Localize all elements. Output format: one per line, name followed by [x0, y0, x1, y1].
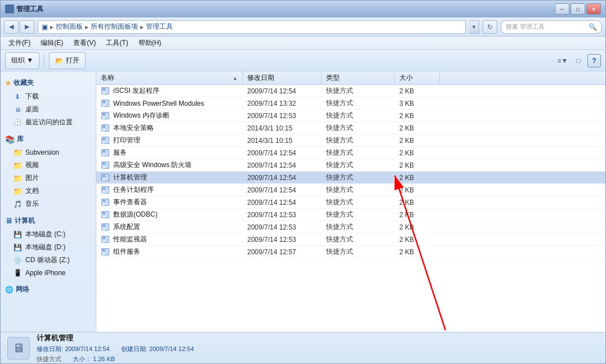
menu-help[interactable]: 帮助(H): [134, 37, 166, 49]
shortcut-icon: ↗: [101, 136, 110, 145]
column-header: 名称 ▲ 修改日期 类型 大小: [96, 71, 605, 85]
sidebar-item-subversion[interactable]: 📁 Subversion: [1, 146, 96, 159]
status-details-top: 修改日期: 2009/7/14 12:54 创建日期: 2009/7/14 12…: [37, 345, 194, 353]
sidebar-item-drive-c[interactable]: 💾 本地磁盘 (C:): [1, 228, 96, 241]
file-date-2: 2009/7/14 12:53: [243, 112, 322, 120]
library-icon: 📚: [5, 135, 15, 144]
drive-c-label: 本地磁盘 (C:): [25, 230, 65, 239]
table-row[interactable]: ↗ Windows PowerShell Modules 2009/7/14 1…: [96, 97, 605, 110]
menu-view[interactable]: 查看(V): [69, 37, 100, 49]
computer-header[interactable]: 🖥 计算机: [1, 214, 96, 228]
close-button[interactable]: ✕: [586, 3, 601, 15]
organize-button[interactable]: 组织 ▼: [5, 52, 39, 69]
table-row[interactable]: ↗ 打印管理 2014/3/1 10:15 快捷方式 2 KB: [96, 134, 605, 147]
breadcrumb-2[interactable]: 所有控制面板项: [91, 22, 138, 32]
breadcrumb-1[interactable]: 控制面板: [56, 22, 83, 32]
network-header[interactable]: 🌐 网络: [1, 282, 96, 296]
view-toggle-button[interactable]: ≡▼: [556, 54, 569, 68]
table-row[interactable]: ↗ iSCSI 发起程序 2009/7/14 12:54 快捷方式 2 KB: [96, 85, 605, 97]
table-row[interactable]: ↗ Windows 内存诊断 2009/7/14 12:53 快捷方式 2 KB: [96, 110, 605, 122]
music-icon: 🎵: [13, 200, 22, 209]
file-size-8: 2 KB: [395, 186, 440, 194]
breadcrumb-home[interactable]: ▣: [42, 23, 48, 31]
col-header-type[interactable]: 类型: [322, 71, 395, 84]
table-row[interactable]: ↗ 系统配置 2009/7/14 12:53 快捷方式 2 KB: [96, 221, 605, 233]
menu-file[interactable]: 文件(F): [4, 37, 35, 49]
open-icon: 📂: [55, 57, 64, 65]
file-date-7: 2009/7/14 12:54: [243, 174, 322, 182]
svg-text:↗: ↗: [101, 178, 105, 182]
file-date-9: 2009/7/14 12:54: [243, 199, 322, 206]
status-bar: 🖥 计算机管理 修改日期: 2009/7/14 12:54 创建日期: 2009…: [1, 332, 605, 363]
sidebar-item-desktop[interactable]: 🖥 桌面: [1, 103, 96, 116]
svg-text:↗: ↗: [101, 104, 105, 108]
col-header-date[interactable]: 修改日期: [243, 71, 322, 84]
file-type-13: 快捷方式: [322, 247, 395, 257]
favorites-label: 收藏夹: [14, 78, 34, 88]
folder-icon-video: 📁: [13, 161, 22, 170]
sidebar-item-drive-z[interactable]: 💿 CD 驱动器 (Z:): [1, 254, 96, 267]
table-row[interactable]: ↗ 服务 2009/7/14 12:54 快捷方式 2 KB: [96, 147, 605, 159]
file-size-4: 2 KB: [395, 137, 440, 145]
sidebar-item-video[interactable]: 📁 视频: [1, 159, 96, 172]
file-size-7: 2 KB: [395, 174, 440, 182]
table-row[interactable]: ↗ 本地安全策略 2014/3/1 10:15 快捷方式 2 KB: [96, 122, 605, 134]
file-icon-13: ↗: [101, 248, 110, 257]
sidebar-item-recent[interactable]: 🕐 最近访问的位置: [1, 116, 96, 129]
file-size-12: 2 KB: [395, 236, 440, 244]
menu-edit[interactable]: 编辑(E): [36, 37, 68, 49]
svg-rect-6: [103, 101, 105, 103]
main-window: 管理工具 ─ □ ✕ ◀ ▶ ▣ ▸ 控制面板 ▸ 所有控制面板项 ▸ 管理工具…: [0, 0, 606, 364]
table-row[interactable]: ↗ 事件查看器 2009/7/14 12:54 快捷方式 2 KB: [96, 196, 605, 209]
breadcrumb-3[interactable]: 管理工具: [146, 22, 173, 32]
open-label: 打开: [66, 56, 79, 65]
address-path[interactable]: ▣ ▸ 控制面板 ▸ 所有控制面板项 ▸ 管理工具: [38, 20, 466, 34]
sidebar-item-drive-d[interactable]: 💾 本地磁盘 (D:): [1, 241, 96, 254]
sidebar-item-music[interactable]: 🎵 音乐: [1, 197, 96, 210]
col-header-size[interactable]: 大小: [395, 71, 440, 84]
open-button[interactable]: 📂 打开: [49, 52, 86, 69]
table-row[interactable]: ↗ 数据源(ODBC) 2009/7/14 12:53 快捷方式 2 KB: [96, 209, 605, 221]
col-header-name[interactable]: 名称 ▲: [96, 71, 243, 84]
music-label: 音乐: [25, 199, 39, 209]
sidebar-item-pictures[interactable]: 📁 图片: [1, 172, 96, 185]
sidebar-item-iphone[interactable]: 📱 Apple iPhone: [1, 267, 96, 279]
sidebar-item-documents[interactable]: 📁 文档: [1, 185, 96, 197]
shortcut-icon: ↗: [101, 161, 110, 170]
sidebar-item-downloads[interactable]: ⬇ 下载: [1, 90, 96, 103]
table-row[interactable]: ↗ 计算机管理 2009/7/14 12:54 快捷方式 2 KB: [96, 172, 605, 184]
file-size-1: 3 KB: [395, 100, 440, 107]
file-size-3: 2 KB: [395, 124, 440, 132]
back-button[interactable]: ◀: [4, 20, 19, 34]
video-label: 视频: [25, 160, 39, 170]
search-box[interactable]: 搜索 管理工具 🔍: [501, 20, 602, 34]
favorites-header[interactable]: ★ 收藏夹: [1, 76, 96, 90]
forward-button[interactable]: ▶: [20, 20, 34, 34]
help-button[interactable]: ?: [587, 54, 601, 68]
file-icon-2: ↗: [101, 111, 110, 120]
file-date-8: 2009/7/14 12:54: [243, 186, 322, 194]
refresh-button[interactable]: ↻: [483, 20, 497, 34]
library-header[interactable]: 📚 库: [1, 132, 96, 146]
maximize-button[interactable]: □: [571, 3, 585, 15]
drive-z-icon: 💿: [13, 256, 22, 265]
table-row[interactable]: ↗ 任务计划程序 2009/7/14 12:54 快捷方式 2 KB: [96, 184, 605, 196]
pictures-label: 图片: [25, 173, 39, 183]
preview-pane-button[interactable]: □: [572, 54, 585, 68]
address-dropdown[interactable]: ▼: [469, 20, 479, 34]
sort-arrow-name: ▲: [233, 75, 238, 81]
file-type-9: 快捷方式: [322, 197, 395, 207]
table-row[interactable]: ↗ 组件服务 2009/7/14 12:57 快捷方式 2 KB: [96, 246, 605, 258]
folder-icon-pictures: 📁: [13, 174, 22, 183]
svg-rect-18: [103, 138, 105, 140]
file-icon-12: ↗: [101, 235, 110, 244]
network-icon: 🌐: [5, 286, 14, 294]
table-row[interactable]: ↗ 高级安全 Windows 防火墙 2009/7/14 12:54 快捷方式 …: [96, 159, 605, 172]
shortcut-icon: ↗: [101, 223, 110, 232]
svg-rect-22: [103, 150, 105, 152]
minimize-button[interactable]: ─: [555, 3, 569, 15]
documents-label: 文档: [25, 186, 39, 196]
menu-tools[interactable]: 工具(T): [101, 37, 132, 49]
table-row[interactable]: ↗ 性能监视器 2009/7/14 12:53 快捷方式 2 KB: [96, 233, 605, 246]
sidebar-section-library: 📚 库 📁 Subversion 📁 视频 📁 图片 📁 文档: [1, 132, 96, 210]
